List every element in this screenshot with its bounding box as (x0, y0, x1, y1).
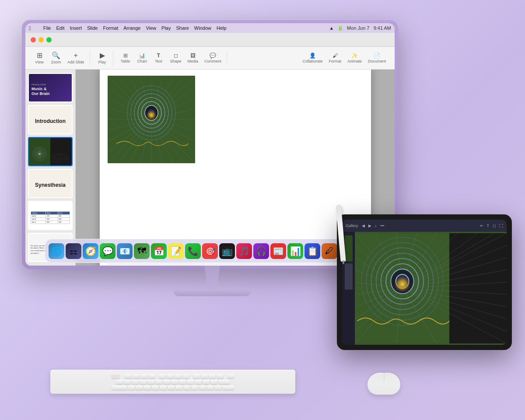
key-f5[interactable] (159, 374, 166, 378)
key-y[interactable] (168, 385, 175, 390)
key-r[interactable] (152, 385, 159, 390)
ipad-text-btn[interactable]: T (487, 224, 490, 228)
key-e[interactable] (144, 385, 151, 390)
toolbar-shape-button[interactable]: ◻ Shape (168, 51, 184, 65)
ipad-fullscreen-btn[interactable]: ⛶ (499, 224, 503, 228)
key-f2[interactable] (133, 374, 140, 378)
close-button[interactable] (31, 37, 36, 42)
toolbar-format-button[interactable]: 🖌 Format (326, 51, 344, 65)
toolbar-comment-button[interactable]: 💬 Comment (202, 51, 224, 65)
key-3[interactable] (140, 380, 147, 384)
toolbar-zoom-button[interactable]: 🔍 Zoom (48, 50, 64, 66)
key-2[interactable] (132, 380, 139, 384)
slide-thumb-3[interactable]: Hearing Colors: Music & Our Brain From s… (28, 137, 73, 166)
menu-file[interactable]: File (43, 25, 51, 31)
dock-icon-keynote[interactable]: 📋 (304, 243, 320, 259)
maximize-button[interactable] (46, 37, 52, 42)
key-minus[interactable] (203, 380, 210, 384)
toolbar-chart-button[interactable]: 📊 Chart (134, 51, 150, 65)
slide-thumb-1[interactable]: Hearing Colors Music &Our Brain (28, 73, 73, 102)
ipad-canvas[interactable] (355, 232, 507, 345)
dock-icon-todos[interactable]: 🎯 (202, 243, 218, 259)
key-0[interactable] (195, 380, 202, 384)
key-f6[interactable] (167, 374, 174, 378)
menu-arrange[interactable]: Arrange (123, 25, 140, 31)
toolbar-animate-button[interactable]: ✨ Animate (345, 51, 364, 65)
dock-icon-phone[interactable]: 📞 (185, 243, 201, 259)
dock-icon-tv[interactable]: 📺 (219, 243, 235, 259)
key-f3[interactable] (140, 374, 147, 378)
menu-slide[interactable]: Slide (87, 25, 98, 31)
ipad-pencil-btn[interactable]: ✏ (480, 224, 483, 228)
toolbar-text-button[interactable]: T Text (151, 51, 167, 65)
menu-share[interactable]: Share (176, 25, 189, 31)
slide-thumb-5[interactable]: Category Data 1 Data 2 Item A12%45% Item… (28, 201, 73, 230)
menu-insert[interactable]: Insert (70, 25, 82, 31)
key-i[interactable] (183, 385, 190, 390)
toolbar-media-button[interactable]: 🖼 Media (185, 51, 201, 65)
dock-icon-pages[interactable]: 🖊 (322, 243, 337, 259)
menu-window[interactable]: Window (194, 25, 211, 31)
toolbar-play-button[interactable]: ▶ Play (94, 50, 110, 66)
key-4[interactable] (147, 380, 154, 384)
dock-icon-mail[interactable]: 📧 (117, 243, 133, 259)
dock-icon-podcasts[interactable]: 🎧 (253, 243, 269, 259)
dock-icon-music[interactable]: 🎵 (236, 243, 252, 259)
key-f1[interactable] (125, 374, 132, 378)
slide-thumb-2[interactable]: Introduction (28, 105, 73, 134)
ipad-gallery-btn[interactable]: Gallery (346, 224, 358, 228)
key-8[interactable] (179, 380, 186, 384)
toolbar-table-button[interactable]: ⊞ Table (118, 51, 133, 65)
key-t[interactable] (160, 385, 167, 390)
key-w[interactable] (136, 385, 143, 390)
dock-icon-messages[interactable]: 💬 (100, 243, 116, 259)
ipad-forward-btn[interactable]: ▶ (368, 224, 371, 228)
key-9[interactable] (187, 380, 194, 384)
minimize-button[interactable] (38, 37, 44, 42)
toolbar-addslide-button[interactable]: + Add Slide (65, 50, 87, 66)
slide-thumb-4[interactable]: Synesthesia (28, 169, 73, 198)
dock-icon-facetime[interactable]: 📅 (151, 243, 167, 259)
menu-format[interactable]: Format (103, 25, 118, 31)
dock-icon-numbers[interactable]: 📊 (287, 243, 303, 259)
menu-play[interactable]: Play (161, 25, 171, 31)
key-p[interactable] (199, 385, 206, 390)
dock-icon-finder[interactable]: 🌐 (49, 243, 64, 259)
key-u[interactable] (175, 385, 182, 390)
key-esc[interactable] (112, 374, 119, 378)
key-power[interactable] (227, 374, 234, 378)
key-1[interactable] (124, 380, 131, 384)
ipad-more-btn[interactable]: ••• (380, 224, 384, 228)
key-return[interactable] (223, 385, 234, 390)
key-f11[interactable] (209, 374, 216, 378)
menu-help[interactable]: Help (217, 25, 227, 31)
menu-view[interactable]: View (146, 25, 156, 31)
key-6[interactable] (163, 380, 170, 384)
toolbar-collaborate-button[interactable]: 👤 Collaborate (300, 51, 325, 65)
key-f9[interactable] (193, 374, 200, 378)
key-f8[interactable] (182, 374, 189, 378)
ipad-music-btn[interactable]: ♪ (375, 224, 377, 228)
key-o[interactable] (191, 385, 198, 390)
key-f7[interactable] (175, 374, 182, 378)
key-f12[interactable] (217, 374, 224, 378)
key-q[interactable] (128, 385, 135, 390)
key-7[interactable] (171, 380, 178, 384)
ipad-shapes-btn[interactable]: ◻ (493, 224, 496, 228)
dock-icon-safari[interactable]: 🧭 (83, 243, 98, 259)
dock-icon-news[interactable]: 📰 (270, 243, 286, 259)
key-f4[interactable] (148, 374, 155, 378)
magic-mouse[interactable] (368, 373, 400, 395)
key-bracket-l[interactable] (207, 385, 214, 390)
key-bracket-r[interactable] (215, 385, 222, 390)
dock-icon-maps[interactable]: 🗺 (134, 243, 150, 259)
ipad-back-btn[interactable]: ◀ (362, 224, 365, 228)
apple-menu[interactable]:  (29, 25, 31, 32)
toolbar-document-button[interactable]: 📄 Document (365, 51, 388, 65)
dock-icon-launchpad[interactable]: ⚏ (66, 243, 81, 259)
key-5[interactable] (155, 380, 162, 384)
menu-edit[interactable]: Edit (56, 25, 64, 31)
key-equals[interactable] (210, 380, 217, 384)
key-tab[interactable] (112, 385, 127, 390)
key-delete[interactable] (218, 380, 230, 384)
